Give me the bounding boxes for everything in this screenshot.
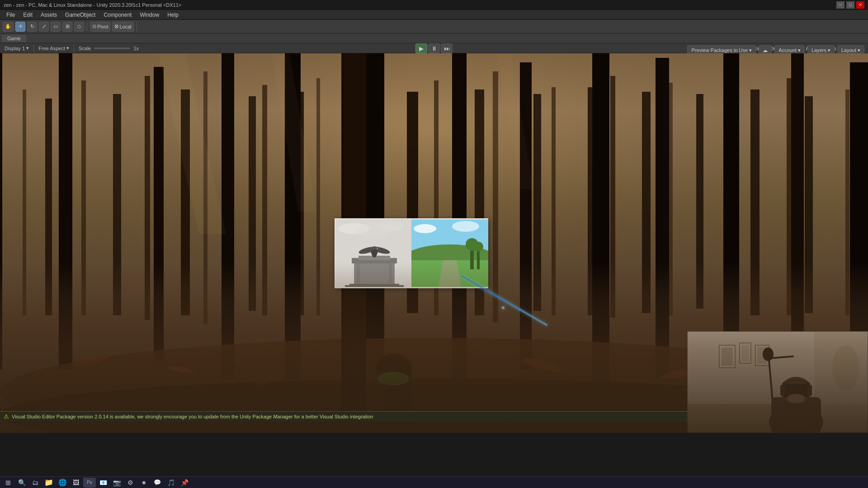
minimize-button[interactable]: ─ (836, 1, 844, 9)
display-label: Display 1 (5, 46, 25, 51)
menu-bar: File Edit Assets GameObject Component Wi… (0, 10, 868, 20)
game-tabbar: Game (0, 33, 868, 43)
taskbar-start-button[interactable]: ⊞ (2, 478, 14, 488)
rect-tool-button[interactable]: ▭ (51, 22, 61, 32)
game-toolbar-sep-2 (74, 45, 74, 52)
taskbar-mail-button[interactable]: 📧 (97, 478, 109, 488)
layout-label: Layout (841, 47, 856, 53)
scale-value: 1x (133, 46, 139, 51)
hand-tool-button[interactable]: ✋ (3, 22, 14, 32)
notification-bar: ⚠ Visual Studio Editor Package version 2… (0, 411, 687, 421)
chevron-down-icon: ▾ (749, 47, 752, 53)
taskbar-app-button-2[interactable]: 📌 (178, 478, 191, 488)
menu-assets[interactable]: Assets (37, 11, 61, 19)
menu-edit[interactable]: Edit (19, 11, 36, 19)
scale-tool-button[interactable]: ⤢ (39, 22, 49, 32)
taskbar-app-button-1[interactable]: 🎵 (165, 478, 177, 488)
display-chevron-icon: ▾ (26, 45, 29, 51)
layers-label: Layers (811, 47, 826, 53)
svg-point-80 (452, 221, 479, 232)
svg-point-87 (473, 242, 483, 252)
layers-chevron-icon: ▾ (828, 47, 830, 53)
account-label: Account (778, 47, 797, 53)
menu-help[interactable]: Help (164, 11, 182, 19)
taskbar-unity-button[interactable]: ◉ (137, 478, 150, 488)
svg-point-64 (354, 225, 390, 237)
taskbar-taskview-button[interactable]: 🗂 (29, 478, 42, 488)
svg-point-74 (372, 246, 377, 250)
taskbar: ⊞ 🔍 🗂 📁 🌐 🖼 Ps 📧 📷 ⚙ ◉ 💬 🎵 📌 (0, 476, 868, 488)
menu-file[interactable]: File (3, 11, 19, 19)
scale-label: Scale (79, 46, 91, 51)
menu-component[interactable]: Component (100, 11, 135, 19)
custom-tool-button[interactable]: ◇ (74, 22, 84, 32)
display-selector[interactable]: Display 1 ▾ (3, 45, 31, 52)
separator-2 (137, 22, 137, 31)
aspect-selector[interactable]: Free Aspect ▾ (37, 45, 71, 52)
menu-gameobject[interactable]: GameObject (61, 11, 99, 19)
maximize-button[interactable]: □ (846, 1, 854, 9)
pivot-label: Pivot (97, 24, 108, 29)
account-chevron-icon: ▾ (798, 47, 801, 53)
window-title: zen - zen - PC, Mac & Linux Standalone -… (4, 2, 181, 8)
layout-chevron-icon: ▾ (858, 47, 860, 53)
toolbar: ✋ ✛ ↻ ⤢ ▭ ⊞ ◇ ⊙ Pivot ⊠ Local (0, 20, 868, 33)
step-button[interactable]: ⏭ (441, 43, 453, 53)
ground-overlay (0, 262, 868, 433)
game-tab-label: Game (7, 36, 21, 41)
play-controls: ▶ ⏸ ⏭ (415, 43, 453, 53)
close-button[interactable]: ✕ (856, 1, 864, 9)
pivot-button[interactable]: ⊙ Pivot (90, 22, 110, 32)
scale-slider[interactable] (94, 47, 130, 49)
local-label: Local (119, 24, 131, 29)
play-button[interactable]: ▶ (415, 43, 427, 53)
taskbar-settings-button[interactable]: ⚙ (124, 478, 137, 488)
taskbar-camera-button[interactable]: 📷 (110, 478, 123, 488)
transform-tool-button[interactable]: ⊞ (62, 22, 72, 32)
move-tool-button[interactable]: ✛ (15, 22, 25, 32)
scale-control[interactable]: Scale 1x (77, 45, 141, 52)
window-controls: ─ □ ✕ (836, 1, 864, 9)
notification-text: Visual Studio Editor Package version 2.0… (12, 414, 373, 419)
game-viewport: ⚠ Visual Studio Editor Package version 2… (0, 53, 868, 433)
separator-1 (87, 22, 87, 31)
title-bar: zen - zen - PC, Mac & Linux Standalone -… (0, 0, 868, 10)
warning-icon: ⚠ (4, 413, 9, 420)
aspect-chevron-icon: ▾ (66, 45, 69, 51)
taskbar-photoshop-button[interactable]: Ps (83, 478, 96, 488)
game-tab[interactable]: Game (2, 35, 26, 42)
preview-packages-label: Preview Packages in Use (691, 47, 748, 53)
taskbar-search-button[interactable]: 🔍 (15, 478, 28, 488)
aspect-label: Free Aspect (38, 46, 65, 51)
pivot-icon: ⊙ (92, 23, 96, 29)
rotate-tool-button[interactable]: ↻ (27, 22, 37, 32)
taskbar-explorer-button[interactable]: 📁 (42, 478, 55, 488)
taskbar-discord-button[interactable]: 💬 (151, 478, 164, 488)
local-button[interactable]: ⊠ Local (112, 22, 133, 32)
taskbar-photos-button[interactable]: 🖼 (70, 478, 82, 488)
pause-button[interactable]: ⏸ (428, 43, 440, 53)
svg-point-79 (414, 224, 436, 233)
taskbar-edge-button[interactable]: 🌐 (56, 478, 69, 488)
menu-window[interactable]: Window (136, 11, 163, 19)
game-toolbar-sep-1 (33, 45, 34, 52)
local-icon: ⊠ (114, 23, 118, 29)
